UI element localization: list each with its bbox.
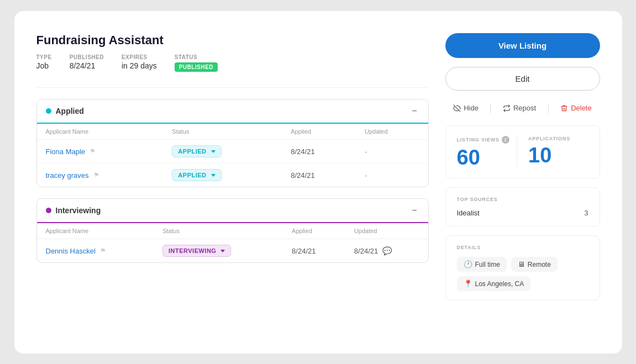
applied-section-header: Applied − (37, 99, 428, 124)
applied-date-tracey: 8/24/21 (282, 163, 356, 187)
expires-label: EXPIRES (122, 54, 157, 60)
flag-icon-dennis: ⚑ (100, 247, 106, 255)
interviewing-collapse-button[interactable]: − (409, 205, 419, 215)
top-sources-label: TOP SOURCES (457, 197, 588, 202)
work-type-tag: 🖥 Remote (511, 257, 558, 272)
applicant-link-dennis[interactable]: Dennis Hasckel ⚑ (46, 247, 145, 255)
col-applied-applied: Applied (282, 124, 356, 140)
details-card: DETAILS 🕐 Full time 🖥 Remote 📍 Los Angel… (445, 235, 600, 300)
right-column: View Listing Edit Hide Repost Delete (445, 33, 600, 331)
col-applied-int: Applied (283, 223, 345, 239)
delete-icon (560, 104, 568, 112)
employment-type-tag: 🕐 Full time (457, 257, 507, 272)
applied-table: Applicant Name Status Applied Updated Fi… (37, 124, 428, 187)
interviewing-table: Applicant Name Status Applied Updated De… (37, 223, 428, 262)
col-applicant-name-applied: Applicant Name (37, 124, 164, 140)
location-tag: 📍 Los Angeles, CA (457, 276, 531, 291)
applied-title-text: Applied (56, 107, 84, 115)
hide-icon (453, 104, 461, 112)
meta-row: TYPE Job PUBLISHED 8/24/21 EXPIRES in 29… (36, 54, 429, 72)
monitor-icon: 🖥 (518, 260, 525, 268)
status-badge: PUBLISHED (175, 62, 218, 72)
applicant-name-dennis: Dennis Hasckel (46, 247, 96, 255)
work-type-value: Remote (528, 261, 551, 268)
source-name-idealist: Idealist (457, 209, 480, 217)
stats-row: LISTING VIEWS i 60 APPLICATIONS 10 (457, 136, 588, 168)
applicant-name-tracey: tracey graves (46, 171, 89, 180)
table-row: Dennis Hasckel ⚑ INTERVIEWING 8/24/21 (37, 239, 428, 263)
divider (36, 87, 429, 88)
col-status-int: Status (154, 223, 283, 239)
status-tag-fiona[interactable]: APPLIED (172, 145, 221, 157)
job-title: Fundraising Assistant (36, 33, 429, 48)
applicant-name-fiona: Fiona Maple (46, 147, 86, 156)
action-divider-2 (548, 103, 549, 113)
status-tag-tracey[interactable]: APPLIED (172, 169, 221, 181)
repost-button[interactable]: Repost (498, 102, 540, 114)
applications-label: APPLICATIONS (528, 136, 588, 141)
info-icon[interactable]: i (502, 136, 509, 144)
published-value: 8/24/21 (70, 61, 104, 70)
employment-type-value: Full time (475, 261, 500, 268)
status-cell-dennis: INTERVIEWING (154, 239, 283, 263)
delete-button[interactable]: Delete (556, 102, 596, 114)
status-cell-fiona: APPLIED (163, 140, 282, 163)
applied-date-fiona: 8/24/21 (282, 140, 356, 163)
interviewing-section-title: Interviewing (46, 206, 101, 215)
source-row-idealist: Idealist 3 (457, 209, 588, 217)
left-column: Fundraising Assistant TYPE Job PUBLISHED… (36, 33, 429, 331)
applications-block: APPLICATIONS 10 (517, 136, 588, 168)
repost-icon (503, 104, 511, 112)
meta-published: PUBLISHED 8/24/21 (70, 54, 104, 72)
interviewing-table-header-row: Applicant Name Status Applied Updated (37, 223, 428, 239)
status-tag-dennis[interactable]: INTERVIEWING (162, 245, 231, 257)
col-updated-int: Updated (345, 223, 428, 239)
applicant-link-tracey[interactable]: tracey graves ⚑ (46, 171, 155, 180)
clock-icon: 🕐 (464, 260, 472, 268)
col-status-applied: Status (163, 124, 282, 140)
chevron-down-icon (211, 174, 215, 177)
repost-label: Repost (513, 104, 536, 112)
applied-table-header-row: Applicant Name Status Applied Updated (37, 124, 428, 140)
applicant-name-cell: Dennis Hasckel ⚑ (37, 239, 154, 263)
interviewing-section-card: Interviewing − Applicant Name Status App… (36, 198, 429, 263)
status-label: STATUS (175, 54, 218, 60)
interviewing-section-header: Interviewing − (37, 199, 428, 223)
applied-date-dennis: 8/24/21 (283, 239, 345, 263)
stats-card: LISTING VIEWS i 60 APPLICATIONS 10 (445, 125, 600, 178)
applicant-link-fiona[interactable]: Fiona Maple ⚑ (46, 147, 155, 156)
details-tags: 🕐 Full time 🖥 Remote 📍 Los Angeles, CA (457, 257, 588, 291)
details-label: DETAILS (457, 245, 588, 250)
applications-value: 10 (528, 145, 588, 166)
expires-value: in 29 days (122, 61, 157, 70)
hide-button[interactable]: Hide (449, 102, 483, 114)
listing-views-block: LISTING VIEWS i 60 (457, 136, 517, 168)
col-updated-applied: Updated (356, 124, 428, 140)
applied-dot (46, 108, 51, 114)
listing-views-label: LISTING VIEWS i (457, 136, 517, 144)
interviewing-title-text: Interviewing (56, 206, 101, 215)
type-value: Job (36, 61, 52, 70)
applied-collapse-button[interactable]: − (409, 106, 419, 116)
meta-status: STATUS PUBLISHED (175, 54, 218, 72)
action-row: Hide Repost Delete (445, 99, 600, 117)
action-divider-1 (490, 103, 491, 113)
status-cell-tracey: APPLIED (163, 163, 282, 187)
table-row: tracey graves ⚑ APPLIED 8/24/21 (37, 163, 428, 187)
location-value: Los Angeles, CA (475, 280, 524, 288)
main-card: Fundraising Assistant TYPE Job PUBLISHED… (14, 11, 622, 354)
published-label: PUBLISHED (70, 54, 104, 60)
chevron-down-icon (220, 250, 225, 252)
col-applicant-name-int: Applicant Name (37, 223, 154, 239)
view-listing-button[interactable]: View Listing (445, 33, 600, 58)
hide-label: Hide (464, 104, 479, 112)
updated-date-dennis: 8/24/21 💬 (345, 239, 428, 263)
applied-section-card: Applied − Applicant Name Status Applied … (36, 99, 429, 187)
chevron-down-icon (211, 150, 215, 153)
updated-date-fiona: - (356, 140, 428, 163)
listing-views-value: 60 (457, 147, 517, 168)
applicant-name-cell: tracey graves ⚑ (37, 163, 164, 187)
applicant-name-cell: Fiona Maple ⚑ (37, 140, 164, 163)
location-icon: 📍 (464, 279, 472, 288)
edit-button[interactable]: Edit (445, 67, 600, 91)
